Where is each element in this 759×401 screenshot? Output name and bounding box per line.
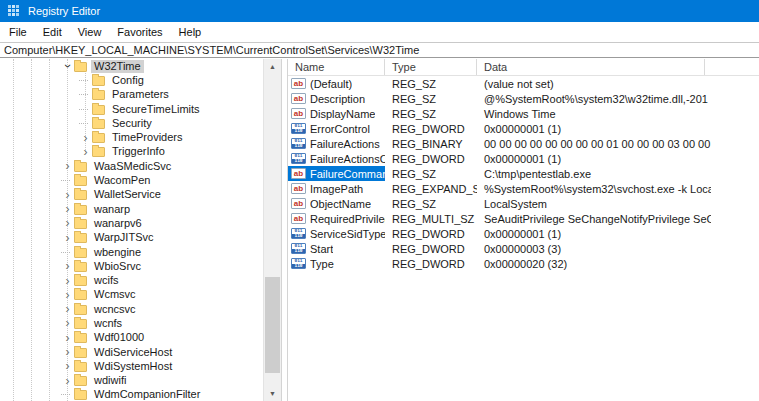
string-value-icon: ab <box>291 78 306 89</box>
tree-node-wcifs[interactable]: ›wcifs <box>0 273 263 287</box>
value-name: FailureActionsO... <box>310 153 385 165</box>
chevron-right-icon[interactable]: › <box>79 133 92 143</box>
chevron-right-icon[interactable]: › <box>61 347 74 357</box>
chevron-right-icon[interactable]: › <box>61 233 74 243</box>
registry-value-row[interactable]: abDisplayNameREG_SZWindows Time <box>288 106 759 121</box>
chevron-right-icon[interactable]: › <box>61 318 74 328</box>
string-value-icon: ab <box>291 93 306 104</box>
scroll-up-arrow-icon[interactable]: ▲ <box>264 59 281 74</box>
column-header-data[interactable]: Data <box>477 59 705 75</box>
value-name: FailureCommand <box>310 168 385 180</box>
registry-value-row[interactable]: 011110TypeREG_DWORD0x00000020 (32) <box>288 256 759 271</box>
registry-value-row[interactable]: abFailureCommandREG_SZC:\tmp\pentestlab.… <box>288 166 759 181</box>
chevron-down-icon[interactable]: › <box>63 60 73 73</box>
value-data: Windows Time <box>477 108 711 120</box>
tree-node-wanarpv6[interactable]: ›wanarpv6 <box>0 216 263 230</box>
column-header-name[interactable]: Name <box>288 59 385 75</box>
chevron-right-icon[interactable]: › <box>61 304 74 314</box>
registry-values-panel: NameTypeData ab(Default)REG_SZ(value not… <box>288 59 759 401</box>
tree-node-label: WalletService <box>91 188 164 201</box>
registry-value-row[interactable]: abImagePathREG_EXPAND_SZ%SystemRoot%\sys… <box>288 181 759 196</box>
tree-node-label: WbioSrvc <box>91 260 144 273</box>
tree-node-WaaSMedicSvc[interactable]: ›WaaSMedicSvc <box>0 159 263 173</box>
folder-icon <box>74 233 87 243</box>
tree-node-wbengine[interactable]: wbengine <box>0 245 263 259</box>
folder-icon <box>74 219 87 229</box>
chevron-right-icon[interactable]: › <box>61 218 74 228</box>
tree-vertical-scrollbar[interactable]: ▲ ▼ <box>263 59 281 401</box>
folder-icon <box>92 90 105 100</box>
tree-node-WalletService[interactable]: ›WalletService <box>0 188 263 202</box>
panel-splitter[interactable] <box>281 59 288 401</box>
value-name: Description <box>310 93 365 105</box>
value-type: REG_SZ <box>385 108 477 120</box>
title-bar: Registry Editor <box>0 0 759 22</box>
chevron-right-icon[interactable]: › <box>61 361 74 371</box>
menu-edit[interactable]: Edit <box>35 22 70 42</box>
menu-favorites[interactable]: Favorites <box>109 22 170 42</box>
registry-value-row[interactable]: 011110ErrorControlREG_DWORD0x00000001 (1… <box>288 121 759 136</box>
registry-value-row[interactable]: 011110StartREG_DWORD0x00000003 (3) <box>288 241 759 256</box>
menu-file[interactable]: File <box>1 22 35 42</box>
list-header: NameTypeData <box>288 59 759 76</box>
tree-connector <box>61 394 70 395</box>
registry-value-row[interactable]: abObjectNameREG_SZLocalSystem <box>288 196 759 211</box>
tree-node-W32Time[interactable]: ›W32Time <box>0 59 263 73</box>
tree-node-WarpJITSvc[interactable]: ›WarpJITSvc <box>0 231 263 245</box>
chevron-right-icon[interactable]: › <box>61 276 74 286</box>
tree-node-label: Wcmsvc <box>91 288 139 301</box>
chevron-right-icon[interactable]: › <box>61 190 74 200</box>
chevron-right-icon[interactable]: › <box>61 161 74 171</box>
tree-node-wcnfs[interactable]: ›wcnfs <box>0 316 263 330</box>
tree-node-Wdf01000[interactable]: ›Wdf01000 <box>0 331 263 345</box>
tree-node-wanarp[interactable]: ›wanarp <box>0 202 263 216</box>
registry-value-row[interactable]: ab(Default)REG_SZ(value not set) <box>288 76 759 91</box>
folder-icon <box>74 276 87 286</box>
value-name-cell: 011110FailureActions <box>288 136 385 151</box>
registry-value-row[interactable]: abDescriptionREG_SZ@%SystemRoot%\system3… <box>288 91 759 106</box>
chevron-right-icon[interactable]: › <box>61 261 74 271</box>
registry-value-row[interactable]: 011110FailureActionsO...REG_DWORD0x00000… <box>288 151 759 166</box>
address-bar[interactable]: Computer\HKEY_LOCAL_MACHINE\SYSTEM\Curre… <box>0 43 759 58</box>
value-name-cell: 011110ServiceSidType <box>288 226 385 241</box>
tree-node-label: wcifs <box>91 274 121 287</box>
tree-node-SecureTimeLimits[interactable]: SecureTimeLimits <box>0 102 263 116</box>
chevron-right-icon[interactable]: › <box>61 333 74 343</box>
value-data: C:\tmp\pentestlab.exe <box>477 168 711 180</box>
column-header-type[interactable]: Type <box>385 59 477 75</box>
value-name: ObjectName <box>310 198 371 210</box>
main-area: ›W32TimeConfigParametersSecureTimeLimits… <box>0 59 759 401</box>
tree-node-WdiSystemHost[interactable]: ›WdiSystemHost <box>0 359 263 373</box>
chevron-right-icon[interactable]: › <box>61 290 74 300</box>
registry-value-row[interactable]: abRequiredPrivileg...REG_MULTI_SZSeAudit… <box>288 211 759 226</box>
tree-node-Config[interactable]: Config <box>0 73 263 87</box>
chevron-right-icon[interactable]: › <box>61 376 74 386</box>
binary-value-icon: 011110 <box>291 138 306 149</box>
tree-node-wdiwifi[interactable]: ›wdiwifi <box>0 374 263 388</box>
registry-value-row[interactable]: 011110ServiceSidTypeREG_DWORD0x00000001 … <box>288 226 759 241</box>
binary-value-icon: 011110 <box>291 258 306 269</box>
tree-node-Security[interactable]: Security <box>0 116 263 130</box>
binary-value-icon: 011110 <box>291 243 306 254</box>
chevron-right-icon[interactable]: › <box>61 204 74 214</box>
registry-value-row[interactable]: 011110FailureActionsREG_BINARY00 00 00 0… <box>288 136 759 151</box>
tree-node-Wcmsvc[interactable]: ›Wcmsvc <box>0 288 263 302</box>
scroll-down-arrow-icon[interactable]: ▼ <box>264 386 281 401</box>
menu-view[interactable]: View <box>70 22 110 42</box>
tree-node-label: SecureTimeLimits <box>109 103 203 116</box>
tree-node-WdmCompanionFilter[interactable]: WdmCompanionFilter <box>0 388 263 401</box>
tree-node-WbioSrvc[interactable]: ›WbioSrvc <box>0 259 263 273</box>
tree-node-label: TimeProviders <box>109 131 186 144</box>
folder-icon <box>74 333 87 343</box>
tree-node-WdiServiceHost[interactable]: ›WdiServiceHost <box>0 345 263 359</box>
tree-node-TriggerInfo[interactable]: ›TriggerInfo <box>0 145 263 159</box>
tree-node-WacomPen[interactable]: WacomPen <box>0 173 263 187</box>
chevron-right-icon[interactable]: › <box>79 147 92 157</box>
menu-help[interactable]: Help <box>171 22 210 42</box>
value-name: DisplayName <box>310 108 375 120</box>
folder-icon <box>74 290 87 300</box>
tree-node-Parameters[interactable]: Parameters <box>0 88 263 102</box>
scrollbar-thumb[interactable] <box>265 277 280 373</box>
tree-node-TimeProviders[interactable]: ›TimeProviders <box>0 130 263 144</box>
tree-node-wcncsvc[interactable]: ›wcncsvc <box>0 302 263 316</box>
